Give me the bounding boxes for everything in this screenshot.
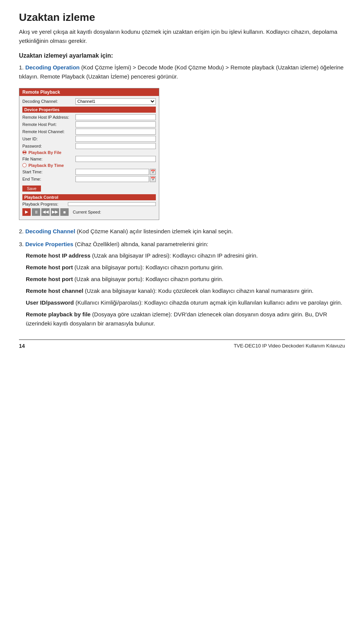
playback-by-file-label: Playback By File: [28, 150, 61, 155]
start-time-field: 📅: [75, 169, 156, 175]
current-speed-label: Current Speed:: [73, 210, 101, 214]
sub-remote-host-channel: Remote host channel (Uzak ana bilgisayar…: [26, 286, 345, 295]
end-time-label: End Time:: [22, 177, 75, 181]
password-label: Password:: [22, 144, 75, 148]
pause-button[interactable]: ⏸: [32, 208, 40, 216]
remote-host-ip-input[interactable]: [75, 114, 156, 120]
intro-para1: Akış ve yerel çıkışa ait kayıtlı dosyala…: [19, 27, 345, 46]
file-name-row: File Name:: [22, 156, 156, 162]
start-time-picker-btn[interactable]: 📅: [150, 169, 156, 175]
device-properties-header: Device Properties: [22, 107, 156, 113]
user-id-input[interactable]: [75, 136, 156, 142]
dialog-titlebar: Remote Playback: [19, 88, 159, 96]
dialog-body: Decoding Channel: Channel1 Device Proper…: [19, 96, 159, 220]
step3-para: 3. Device Properties (Cihaz Özellikleri)…: [19, 240, 345, 249]
remote-host-port1-bold: Remote host port: [26, 264, 73, 270]
page-heading: Uzaktan izleme: [19, 11, 345, 24]
remote-host-port1-text: (Uzak ana bilgisayar portu): Kodlayıcı c…: [73, 264, 223, 270]
footer-title: TVE-DEC10 IP Video Deckoderi Kullanım Kı…: [234, 343, 345, 349]
sub-remote-playback-file: Remote playback by file (Dosyaya göre uz…: [26, 310, 345, 328]
play-button[interactable]: ▶: [22, 208, 31, 216]
remote-playback-file-bold: Remote playback by file: [26, 311, 91, 318]
setup-heading: Uzaktan izlemeyi ayarlamak için:: [19, 51, 345, 61]
stop-button[interactable]: ■: [60, 208, 69, 216]
remote-host-channel-bold: Remote host channel: [26, 288, 83, 294]
page-footer: 14 TVE-DEC10 IP Video Deckoderi Kullanım…: [19, 340, 345, 349]
remote-host-ip-label: Remote Host IP Address:: [22, 115, 75, 119]
remote-host-ip-text: (Uzak ana bilgisayar IP adresi): Kodlayı…: [91, 252, 258, 259]
dialog-wrapper: Remote Playback Decoding Channel: Channe…: [19, 88, 345, 220]
playback-by-time-radio[interactable]: [22, 163, 27, 167]
rewind-button[interactable]: ◀◀: [41, 208, 50, 216]
remote-host-ip-bold: Remote host IP address: [26, 252, 91, 259]
sub-user-id: User ID/password (Kullanıcı Kimliği/paro…: [26, 298, 345, 307]
playback-progress-bar: [68, 202, 156, 206]
password-row: Password:: [22, 143, 156, 149]
transport-controls: ▶ ⏸ ◀◀ ▶▶ ■ Current Speed:: [22, 208, 156, 216]
end-time-input[interactable]: [75, 176, 149, 182]
file-name-input[interactable]: [75, 156, 156, 162]
step2-para: 2. Decoding Channel (Kod Çözme Kanalı) a…: [19, 227, 345, 236]
user-id-label: User ID:: [22, 137, 75, 141]
remote-playback-dialog: Remote Playback Decoding Channel: Channe…: [19, 88, 159, 220]
playback-progress-row: Playback Progress:: [22, 202, 156, 206]
remote-host-channel-text: (Uzak ana bilgisayar kanalı): Kodu çözül…: [83, 288, 314, 294]
remote-host-port-row: Remote Host Port:: [22, 121, 156, 127]
save-button[interactable]: Save: [22, 185, 41, 192]
remote-host-ip-row: Remote Host IP Address:: [22, 114, 156, 120]
step1-decoding-op: Decoding Operation: [25, 64, 80, 71]
user-id-bold: User ID/password: [26, 299, 74, 306]
step2-decoding-ch: Decoding Channel: [25, 228, 75, 234]
start-time-input[interactable]: [75, 169, 149, 175]
decoding-channel-select[interactable]: Channel1: [75, 98, 156, 105]
playback-progress-label: Playback Progress:: [22, 202, 68, 206]
step1-rest: (Kod Çözme İşlemi) > Decode Mode: [80, 64, 175, 71]
decoding-channel-label: Decoding Channel:: [22, 99, 75, 104]
sub-remote-host-ip: Remote host IP address (Uzak ana bilgisa…: [26, 251, 345, 260]
end-time-picker-btn[interactable]: 📅: [150, 176, 156, 182]
playback-control-header: Playback Control: [22, 194, 156, 200]
start-time-row: Start Time: 📅: [22, 169, 156, 175]
remote-host-port-input[interactable]: [75, 121, 156, 127]
remote-host-port2-text: (Uzak ana bilgisayar portu): Kodlayıcı c…: [73, 276, 223, 282]
file-name-label: File Name:: [22, 157, 75, 161]
remote-host-channel-input[interactable]: [75, 129, 156, 135]
playback-by-time-radio-row[interactable]: Playback By Time: [22, 163, 156, 168]
remote-host-port-label: Remote Host Port:: [22, 122, 75, 127]
playback-by-file-radio[interactable]: [22, 150, 27, 154]
remote-host-port2-bold: Remote host port: [26, 276, 73, 282]
sub-remote-host-port1: Remote host port (Uzak ana bilgisayar po…: [26, 263, 345, 272]
playback-by-file-radio-row[interactable]: Playback By File: [22, 150, 156, 155]
step1-para: 1. Decoding Operation (Kod Çözme İşlemi)…: [19, 63, 345, 81]
footer-page-number: 14: [19, 343, 25, 349]
start-time-label: Start Time:: [22, 170, 75, 174]
sub-remote-host-port2: Remote host port (Uzak ana bilgisayar po…: [26, 275, 345, 284]
user-id-row: User ID:: [22, 136, 156, 142]
step3-rest: (Cihaz Özellikleri) altında, kanal param…: [73, 241, 208, 247]
password-input[interactable]: [75, 143, 156, 149]
decoding-channel-row: Decoding Channel: Channel1: [22, 98, 156, 105]
end-time-row: End Time: 📅: [22, 176, 156, 182]
forward-button[interactable]: ▶▶: [51, 208, 59, 216]
end-time-field: 📅: [75, 176, 156, 182]
step3-device-props: Device Properties: [25, 241, 74, 247]
user-id-text: (Kullanıcı Kimliği/parolası): Kodlayıcı …: [74, 299, 342, 306]
remote-host-channel-label: Remote Host Channel:: [22, 129, 75, 134]
step2-rest: (Kod Çözme Kanalı) açılır listesinden iz…: [75, 228, 233, 234]
playback-by-time-label: Playback By Time: [28, 163, 64, 168]
remote-host-channel-row: Remote Host Channel:: [22, 129, 156, 135]
